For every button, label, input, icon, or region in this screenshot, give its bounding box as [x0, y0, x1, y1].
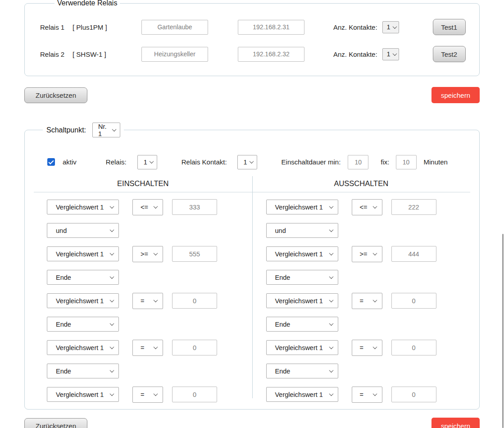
reset-relays-button[interactable]: Zurücksetzen	[24, 87, 87, 103]
operator-select-value: =	[360, 297, 363, 305]
relay-1-ip-input[interactable]	[238, 20, 304, 35]
logic-select[interactable]: Ende	[266, 317, 338, 332]
logic-select-value: Ende	[56, 321, 71, 328]
schaltpunkt-fieldset: Schaltpunkt: Nr. 1 aktiv Relais: 1 Relai…	[24, 123, 480, 410]
chevron-down-icon	[372, 251, 377, 255]
logic-select[interactable]: und	[266, 223, 338, 238]
logic-select-value: und	[56, 227, 67, 234]
operator-select[interactable]: =	[352, 387, 382, 403]
logic-row: Ende	[266, 317, 471, 332]
threshold-input[interactable]	[172, 387, 217, 402]
source-select[interactable]: Vergleichswert 1	[266, 246, 338, 261]
threshold-input[interactable]	[391, 246, 436, 262]
source-select-value: Vergleichswert 1	[275, 250, 323, 258]
chevron-down-icon	[249, 159, 254, 164]
threshold-input[interactable]	[172, 293, 217, 309]
chevron-down-icon	[110, 368, 114, 373]
logic-select[interactable]: Ende	[47, 317, 119, 332]
source-select-value: Vergleichswert 1	[275, 204, 323, 211]
fix-input[interactable]	[396, 155, 417, 169]
operator-select[interactable]: =	[132, 340, 163, 356]
relay-row-2: Relais 2 [ SHSW-1 ] Anz. Kontakte: 1 Tes…	[40, 41, 471, 68]
chevron-down-icon	[110, 228, 114, 232]
relay-1-test-button[interactable]: Test1	[433, 19, 466, 35]
save-schaltpunkt-button[interactable]: speichern	[431, 418, 480, 428]
source-select-value: Vergleichswert 1	[275, 344, 323, 351]
chevron-down-icon	[372, 392, 377, 396]
threshold-input[interactable]	[391, 199, 436, 215]
relay-1-contacts-select[interactable]: 1	[382, 21, 399, 33]
relay-2-test-button[interactable]: Test2	[433, 46, 466, 62]
chevron-down-icon	[154, 204, 158, 209]
operator-select[interactable]: <=	[352, 199, 382, 215]
logic-row: und	[47, 223, 252, 238]
source-select[interactable]: Vergleichswert 1	[266, 387, 338, 402]
source-select[interactable]: Vergleichswert 1	[47, 387, 119, 402]
aktiv-checkbox[interactable]	[47, 158, 55, 166]
einschaltdauer-min-input[interactable]	[348, 155, 368, 169]
source-select[interactable]: Vergleichswert 1	[47, 340, 119, 355]
chevron-down-icon	[110, 298, 114, 302]
operator-select[interactable]: =	[132, 293, 163, 309]
source-select[interactable]: Vergleichswert 1	[47, 246, 119, 261]
chevron-down-icon	[329, 298, 333, 302]
logic-row: Ende	[266, 364, 471, 378]
operator-select[interactable]: =	[132, 387, 163, 403]
threshold-input[interactable]	[391, 340, 436, 355]
schaltpunkt-actions-row: Zurücksetzen speichern	[24, 418, 480, 428]
save-relays-button[interactable]: speichern	[431, 87, 480, 103]
operator-select[interactable]: <=	[132, 199, 163, 215]
chevron-down-icon	[154, 251, 158, 255]
source-select[interactable]: Vergleichswert 1	[266, 200, 338, 214]
logic-select[interactable]: Ende	[266, 364, 338, 378]
relay-1-contacts-value: 1	[387, 23, 390, 31]
logic-row: Ende	[47, 317, 252, 332]
relay-2-ip-input[interactable]	[238, 47, 304, 62]
relais-select[interactable]: 1	[137, 155, 157, 169]
operator-select[interactable]: =	[352, 293, 382, 309]
threshold-input[interactable]	[172, 199, 217, 215]
schaltpunkt-number-select[interactable]: Nr. 1	[92, 123, 120, 137]
source-select[interactable]: Vergleichswert 1	[47, 200, 119, 214]
minuten-label: Minuten	[424, 158, 448, 166]
schaltpunkt-settings-row: aktiv Relais: 1 Relais Kontakt: 1 Einsch…	[47, 155, 470, 169]
condition-row: Vergleichswert 1 <=	[47, 200, 252, 214]
operator-select-value: =	[360, 344, 363, 351]
relay-2-name-input[interactable]	[141, 47, 208, 62]
threshold-input[interactable]	[172, 340, 217, 355]
reset-schaltpunkt-button[interactable]: Zurücksetzen	[24, 418, 87, 428]
operator-select[interactable]: >=	[352, 246, 382, 262]
logic-select[interactable]: Ende	[266, 270, 338, 285]
relais-label: Relais:	[106, 158, 127, 166]
threshold-input[interactable]	[391, 293, 436, 309]
chevron-down-icon	[329, 368, 333, 373]
relay-row-1: Relais 1 [ Plus1PM ] Anz. Kontakte: 1 Te…	[40, 14, 471, 41]
threshold-input[interactable]	[172, 246, 217, 262]
logic-select[interactable]: Ende	[47, 364, 119, 378]
logic-select[interactable]: Ende	[47, 270, 119, 285]
chevron-down-icon	[392, 24, 397, 29]
vertical-scrollbar-thumb[interactable]	[502, 234, 504, 428]
relais-kontakt-select[interactable]: 1	[237, 155, 257, 169]
source-select[interactable]: Vergleichswert 1	[266, 293, 338, 308]
chevron-down-icon	[110, 251, 114, 255]
condition-row: Vergleichswert 1 =	[266, 293, 471, 308]
operator-select[interactable]: >=	[132, 246, 163, 262]
schaltpunkt-label: Schaltpunkt:	[46, 126, 86, 134]
chevron-down-icon	[329, 228, 333, 232]
relay-2-contacts-select[interactable]: 1	[382, 48, 399, 60]
chevron-down-icon	[110, 274, 114, 279]
operator-select[interactable]: =	[352, 340, 382, 356]
chevron-down-icon	[372, 298, 377, 302]
logic-select-value: Ende	[275, 274, 291, 281]
einschalten-rows: Vergleichswert 1 <= und	[34, 200, 252, 402]
relay-1-name-input[interactable]	[141, 20, 208, 35]
condition-row: Vergleichswert 1 >=	[47, 246, 252, 261]
source-select[interactable]: Vergleichswert 1	[47, 293, 119, 308]
operator-select-value: =	[141, 344, 144, 351]
source-select[interactable]: Vergleichswert 1	[266, 340, 338, 355]
threshold-input[interactable]	[391, 387, 436, 402]
logic-select[interactable]: und	[47, 223, 119, 238]
chevron-down-icon	[110, 392, 114, 396]
schaltpunkt-legend: Schaltpunkt: Nr. 1	[43, 123, 124, 137]
